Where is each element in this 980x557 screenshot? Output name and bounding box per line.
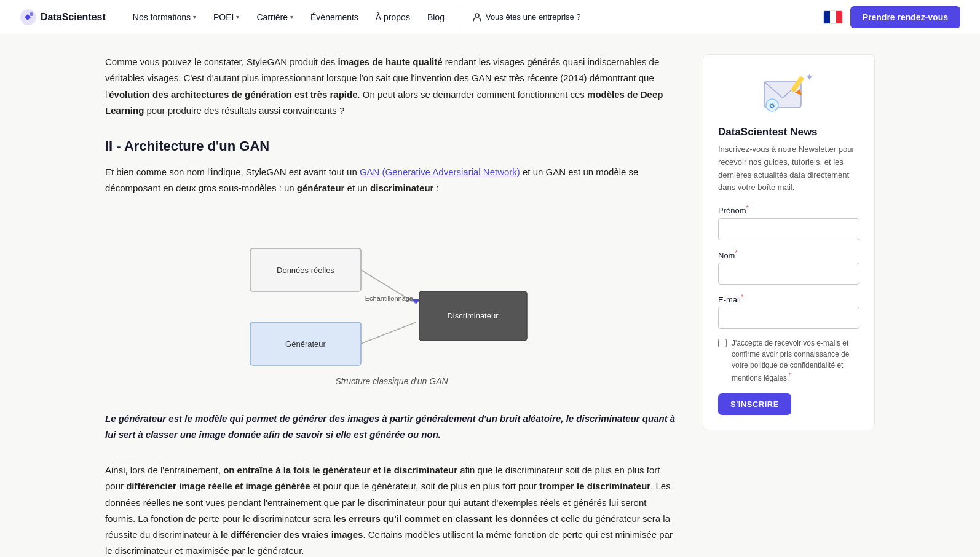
form-field-email: E-mail* [718, 293, 859, 329]
gan-blockquote: Le générateur est le modèle qui permet d… [105, 411, 678, 443]
main-layout: Comme vous pouvez le constater, StyleGAN… [90, 34, 890, 557]
nav-item-poei[interactable]: POEI ▾ [206, 7, 247, 27]
chevron-down-icon: ▾ [193, 14, 196, 20]
nav-item-apropos[interactable]: À propos [368, 7, 417, 27]
label-nom: Nom* [718, 249, 859, 260]
nav-label-carriere: Carrière [256, 12, 288, 22]
logo-link[interactable]: DataScientest [20, 9, 106, 26]
svg-text:Données réelles: Données réelles [277, 266, 334, 275]
nav-item-carriere[interactable]: Carrière ▾ [249, 7, 301, 27]
form-field-prenom: Prénom* [718, 204, 859, 240]
nav-item-formations[interactable]: Nos formations ▾ [125, 7, 204, 27]
form-field-nom: Nom* [718, 249, 859, 285]
section-title: II - Architecture d'un GAN [105, 138, 678, 154]
svg-point-1 [30, 12, 33, 16]
logo-text: DataScientest [41, 12, 106, 23]
logo-icon [20, 9, 37, 26]
article-content: Comme vous pouvez le constater, StyleGAN… [105, 54, 678, 557]
svg-line-8 [361, 322, 416, 344]
label-prenom: Prénom* [718, 204, 859, 215]
gan-diagram-container: Données réelles Générateur Echantillonna… [105, 211, 678, 401]
enterprise-link[interactable]: Vous êtes une entreprise ? [472, 12, 581, 22]
cta-button[interactable]: Prendre rendez-vous [850, 6, 960, 28]
enterprise-label: Vous êtes une entreprise ? [486, 12, 581, 22]
nav-divider [462, 6, 462, 28]
user-icon [472, 12, 482, 22]
input-prenom[interactable] [718, 218, 859, 240]
body-paragraph-1: Ainsi, lors de l'entrainement, on entraî… [105, 462, 678, 557]
flag-france[interactable] [823, 10, 843, 24]
navbar-right: Prendre rendez-vous [823, 6, 960, 28]
svg-text:✦: ✦ [805, 72, 813, 82]
svg-text:Echantillonnage: Echantillonnage [365, 294, 413, 302]
checkbox-row: J'accepte de recevoir vos e-mails et con… [718, 338, 859, 384]
nav-label-evenements: Événements [310, 12, 358, 22]
nav-item-evenements[interactable]: Événements [303, 7, 366, 27]
svg-text:Générateur: Générateur [285, 339, 326, 349]
gan-link[interactable]: GAN (Generative Adversiarial Network) [360, 167, 520, 177]
input-email[interactable] [718, 307, 859, 329]
chevron-down-icon: ▾ [290, 14, 293, 20]
navbar: DataScientest Nos formations ▾ POEI ▾ Ca… [0, 0, 980, 34]
diagram-caption: Structure classique d'un GAN [335, 376, 448, 386]
nav-label-poei: POEI [213, 12, 234, 22]
newsletter-title: DataScientest News [718, 126, 859, 138]
consent-checkbox[interactable] [718, 339, 727, 347]
svg-text:⚙: ⚙ [769, 102, 775, 109]
subscribe-button[interactable]: S'INSCRIRE [718, 393, 791, 415]
gan-diagram: Données réelles Générateur Echantillonna… [232, 211, 551, 371]
newsletter-illustration: ✦ ⚙ [718, 69, 859, 119]
sidebar: ✦ ⚙ DataScientest News Inscrivez-vous à … [703, 54, 875, 430]
svg-text:Discriminateur: Discriminateur [447, 311, 499, 320]
navbar-nav: Nos formations ▾ POEI ▾ Carrière ▾ Événe… [125, 6, 823, 28]
nav-label-apropos: À propos [376, 12, 410, 22]
checkbox-label: J'accepte de recevoir vos e-mails et con… [732, 338, 859, 384]
newsletter-subtitle: Inscrivez-vous à notre Newsletter pour r… [718, 143, 859, 194]
nav-label-blog: Blog [427, 12, 445, 22]
newsletter-card: ✦ ⚙ DataScientest News Inscrivez-vous à … [703, 54, 875, 430]
svg-point-2 [475, 14, 479, 17]
label-email: E-mail* [718, 293, 859, 304]
nav-label-formations: Nos formations [133, 12, 191, 22]
intro-paragraph: Comme vous pouvez le constater, StyleGAN… [105, 54, 678, 119]
input-nom[interactable] [718, 263, 859, 285]
nav-item-blog[interactable]: Blog [420, 7, 452, 27]
section-intro-paragraph: Et bien comme son nom l'indique, StyleGA… [105, 164, 678, 197]
chevron-down-icon: ▾ [236, 14, 239, 20]
